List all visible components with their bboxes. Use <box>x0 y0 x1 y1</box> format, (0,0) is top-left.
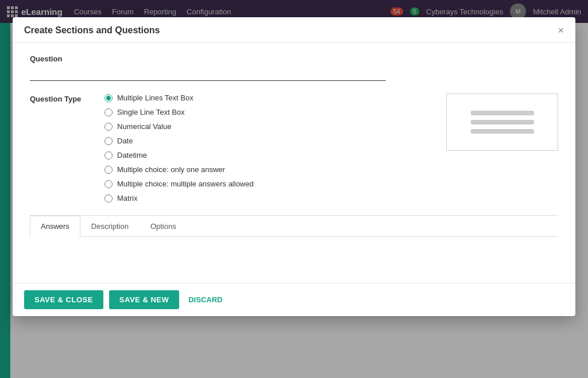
radio-label-mc-single: Multiple choice: only one answer <box>117 165 225 174</box>
tabs-section: Answers Description Options <box>30 215 558 271</box>
tab-answers[interactable]: Answers <box>30 216 80 237</box>
radio-multiple-lines[interactable] <box>105 94 113 102</box>
question-label: Question <box>30 54 558 63</box>
preview-line-1 <box>471 111 534 115</box>
radio-label-numerical: Numerical Value <box>117 122 171 131</box>
radio-numerical[interactable] <box>105 123 113 131</box>
radio-item-date[interactable]: Date <box>105 137 429 145</box>
preview-line-2 <box>471 120 534 124</box>
modal-body: Question Question Type Multiple Lines Te… <box>13 43 575 283</box>
radio-datetime[interactable] <box>105 151 113 159</box>
question-field-group: Question <box>30 54 558 81</box>
question-type-preview <box>446 93 558 151</box>
radio-item-mc-single[interactable]: Multiple choice: only one answer <box>105 165 429 174</box>
radio-mc-multi[interactable] <box>105 180 113 188</box>
tabs-bar: Answers Description Options <box>30 216 558 237</box>
radio-date[interactable] <box>105 137 113 145</box>
save-new-button[interactable]: SAVE & NEW <box>109 290 179 309</box>
radio-label-mc-multi: Multiple choice: multiple answers allowe… <box>117 180 254 188</box>
preview-lines-graphic <box>471 111 534 134</box>
discard-button[interactable]: DISCARD <box>185 290 226 309</box>
modal-close-button[interactable]: × <box>558 25 564 36</box>
modal-dialog: Create Sections and Questions × Question… <box>13 17 575 316</box>
preview-line-3 <box>471 129 534 134</box>
radio-item-single-line[interactable]: Single Line Text Box <box>105 108 429 116</box>
modal-footer: SAVE & CLOSE SAVE & NEW DISCARD <box>13 283 575 316</box>
radio-item-matrix[interactable]: Matrix <box>105 194 429 202</box>
question-input[interactable] <box>30 67 386 81</box>
radio-label-date: Date <box>117 137 133 145</box>
radio-item-mc-multi[interactable]: Multiple choice: multiple answers allowe… <box>105 180 429 188</box>
radio-item-datetime[interactable]: Datetime <box>105 151 429 159</box>
save-close-button[interactable]: SAVE & CLOSE <box>24 290 103 309</box>
radio-label-matrix: Matrix <box>117 194 137 202</box>
modal-header: Create Sections and Questions × <box>13 17 575 43</box>
question-type-group: Question Type Multiple Lines Text Box Si… <box>30 93 558 202</box>
radio-matrix[interactable] <box>105 194 113 202</box>
tab-content <box>30 237 558 271</box>
radio-single-line[interactable] <box>105 108 113 116</box>
radio-label-datetime: Datetime <box>117 151 147 159</box>
radio-mc-single[interactable] <box>105 166 113 174</box>
modal-title: Create Sections and Questions <box>24 25 160 36</box>
question-type-radio-list: Multiple Lines Text Box Single Line Text… <box>105 93 429 202</box>
radio-label-single-line: Single Line Text Box <box>117 108 185 116</box>
question-type-label: Question Type <box>30 93 105 103</box>
radio-item-multiple-lines[interactable]: Multiple Lines Text Box <box>105 93 429 102</box>
modal-overlay: Create Sections and Questions × Question… <box>0 0 588 378</box>
radio-item-numerical[interactable]: Numerical Value <box>105 122 429 131</box>
tab-description[interactable]: Description <box>80 216 140 237</box>
radio-label-multiple-lines: Multiple Lines Text Box <box>117 93 194 102</box>
tab-options[interactable]: Options <box>140 216 187 237</box>
